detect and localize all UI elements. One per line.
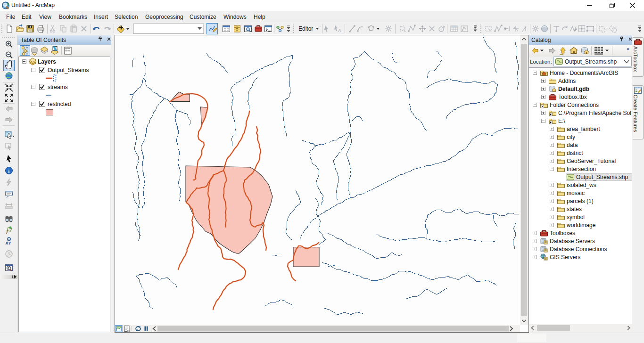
- svg-text:A: A: [338, 28, 341, 33]
- svg-text:i: i: [8, 168, 9, 174]
- svg-text:»: »: [627, 46, 629, 51]
- svg-text:XY: XY: [6, 241, 11, 245]
- svg-text:Editor: Editor: [298, 25, 313, 32]
